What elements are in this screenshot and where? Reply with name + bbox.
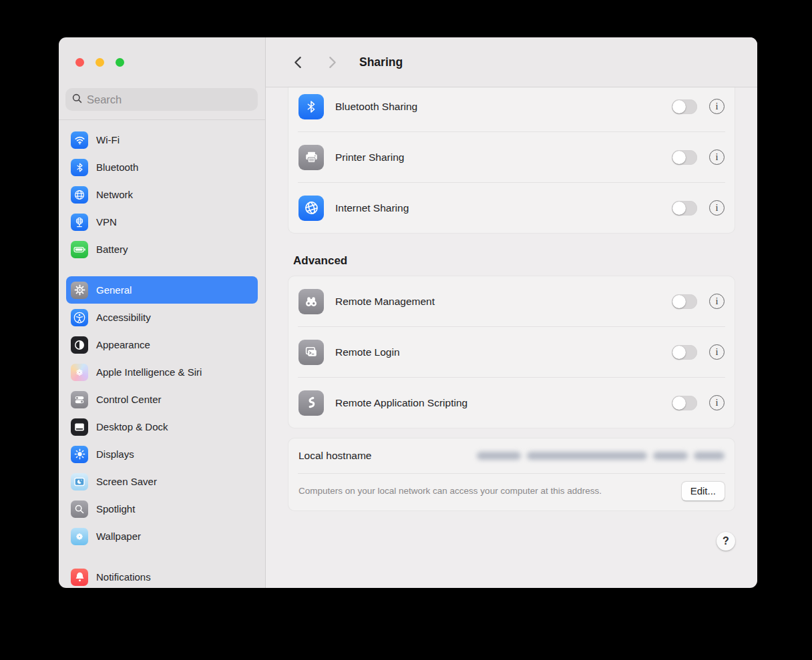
- local-hostname-description-row: Computers on your local network can acce…: [288, 474, 735, 511]
- remote-management-info-button[interactable]: i: [709, 294, 725, 309]
- internet-sharing-info-button[interactable]: i: [709, 200, 725, 216]
- bluetooth-icon: [71, 159, 88, 176]
- help-button[interactable]: ?: [717, 532, 735, 551]
- sharing-services-card: Bluetooth Sharing i Printer Sharing i: [288, 87, 735, 234]
- zoom-button[interactable]: [116, 58, 124, 67]
- remote-login-row: Remote Login i: [288, 327, 735, 377]
- sidebar-item-label: Control Center: [96, 394, 162, 405]
- sidebar-item-label: Accessibility: [96, 312, 151, 323]
- page-title: Sharing: [359, 55, 403, 69]
- sidebar-item-notifications[interactable]: Notifications: [66, 563, 258, 588]
- advanced-card: Remote Management i Remote Login i: [288, 276, 735, 428]
- wallpaper-flower-icon: [71, 528, 88, 545]
- sidebar-item-label: Spotlight: [96, 503, 135, 515]
- content-scroll-area[interactable]: Bluetooth Sharing i Printer Sharing i: [266, 87, 757, 588]
- sidebar-item-accessibility[interactable]: Accessibility: [66, 304, 258, 331]
- row-label: Remote Application Scripting: [335, 397, 467, 409]
- main-panel: Sharing Bluetooth Sharing i: [266, 37, 757, 588]
- minimize-button[interactable]: [95, 58, 104, 67]
- local-hostname-label: Local hostname: [298, 450, 371, 462]
- sidebar-item-label: Bluetooth: [96, 161, 138, 173]
- sidebar-group-gap: [66, 550, 258, 563]
- bluetooth-sharing-row: Bluetooth Sharing i: [288, 87, 735, 131]
- control-center-icon: [71, 391, 88, 408]
- bluetooth-icon: [298, 94, 324, 119]
- terminal-icon: [298, 340, 324, 365]
- remote-management-row: Remote Management i: [288, 276, 735, 326]
- window-controls: [59, 37, 265, 67]
- sidebar-item-label: Apple Intelligence & Siri: [96, 366, 202, 378]
- local-hostname-value-redacted: [477, 452, 725, 460]
- battery-icon: [71, 241, 88, 258]
- sidebar-item-label: VPN: [96, 216, 117, 228]
- advanced-section-heading: Advanced: [293, 254, 735, 268]
- spotlight-magnifier-icon: [71, 501, 88, 518]
- bluetooth-sharing-info-button[interactable]: i: [709, 99, 725, 114]
- apple-intelligence-icon: [71, 364, 88, 381]
- internet-sharing-row: Internet Sharing i: [288, 183, 735, 233]
- edit-hostname-button[interactable]: Edit...: [682, 482, 725, 501]
- forward-button[interactable]: [323, 53, 342, 71]
- sidebar-item-desktop-dock[interactable]: Desktop & Dock: [66, 413, 258, 440]
- remote-application-scripting-row: Remote Application Scripting i: [288, 378, 735, 428]
- sidebar-item-label: Battery: [96, 244, 128, 255]
- sidebar-item-wallpaper[interactable]: Wallpaper: [66, 523, 258, 550]
- internet-sharing-toggle[interactable]: [672, 201, 697, 216]
- sidebar-item-label: Wallpaper: [96, 531, 141, 542]
- remote-application-scripting-info-button[interactable]: i: [709, 395, 725, 410]
- sidebar-item-label: Screen Saver: [96, 476, 157, 487]
- close-button[interactable]: [75, 58, 84, 67]
- vpn-globe-icon: [71, 214, 88, 231]
- notifications-bell-icon: [71, 569, 88, 586]
- search-input[interactable]: [87, 93, 251, 106]
- back-button[interactable]: [288, 53, 307, 71]
- script-icon: [298, 390, 324, 416]
- search-icon: [72, 93, 82, 106]
- accessibility-icon: [71, 309, 88, 326]
- network-globe-icon: [71, 186, 88, 204]
- sidebar-list: Wi-Fi Bluetooth Network VPN: [59, 120, 265, 588]
- sidebar-item-apple-intelligence-siri[interactable]: Apple Intelligence & Siri: [66, 358, 258, 386]
- sidebar-item-bluetooth[interactable]: Bluetooth: [66, 153, 258, 181]
- row-label: Printer Sharing: [335, 151, 404, 163]
- local-hostname-row: Local hostname: [288, 438, 735, 473]
- desktop-dock-icon: [71, 418, 88, 436]
- sidebar-item-network[interactable]: Network: [66, 181, 258, 208]
- sidebar-item-vpn[interactable]: VPN: [66, 208, 258, 236]
- sidebar-item-battery[interactable]: Battery: [66, 236, 258, 263]
- sidebar-item-screen-saver[interactable]: Screen Saver: [66, 468, 258, 495]
- remote-login-toggle[interactable]: [672, 345, 697, 360]
- printer-sharing-info-button[interactable]: i: [709, 149, 725, 165]
- remote-application-scripting-toggle[interactable]: [672, 396, 697, 410]
- globe-icon: [298, 196, 324, 221]
- sidebar-item-control-center[interactable]: Control Center: [66, 386, 258, 413]
- sidebar-item-label: General: [96, 284, 132, 296]
- appearance-icon: [71, 336, 88, 354]
- search-field[interactable]: [65, 88, 258, 111]
- bluetooth-sharing-toggle[interactable]: [672, 99, 697, 114]
- system-settings-window: Wi-Fi Bluetooth Network VPN: [59, 37, 757, 588]
- row-label: Remote Management: [335, 296, 435, 308]
- printer-sharing-row: Printer Sharing i: [288, 132, 735, 182]
- printer-sharing-toggle[interactable]: [672, 150, 697, 165]
- sidebar-item-label: Wi-Fi: [96, 134, 120, 145]
- sidebar-item-general[interactable]: General: [66, 276, 258, 304]
- sidebar-item-label: Displays: [96, 448, 134, 460]
- sidebar-item-appearance[interactable]: Appearance: [66, 331, 258, 358]
- sidebar-item-label: Desktop & Dock: [96, 421, 168, 432]
- wifi-icon: [71, 131, 88, 149]
- displays-sun-icon: [71, 446, 88, 463]
- remote-login-info-button[interactable]: i: [709, 344, 725, 360]
- binoculars-icon: [298, 289, 324, 314]
- sidebar-item-wifi[interactable]: Wi-Fi: [66, 126, 258, 153]
- toolbar: Sharing: [266, 37, 757, 87]
- printer-icon: [298, 145, 324, 170]
- remote-management-toggle[interactable]: [672, 294, 697, 309]
- sidebar-item-displays[interactable]: Displays: [66, 440, 258, 468]
- help-row: ?: [288, 532, 735, 551]
- sidebar-item-label: Network: [96, 189, 133, 200]
- sidebar-item-label: Appearance: [96, 339, 150, 350]
- sidebar-item-spotlight[interactable]: Spotlight: [66, 495, 258, 523]
- row-label: Bluetooth Sharing: [335, 101, 417, 113]
- row-label: Remote Login: [335, 346, 400, 358]
